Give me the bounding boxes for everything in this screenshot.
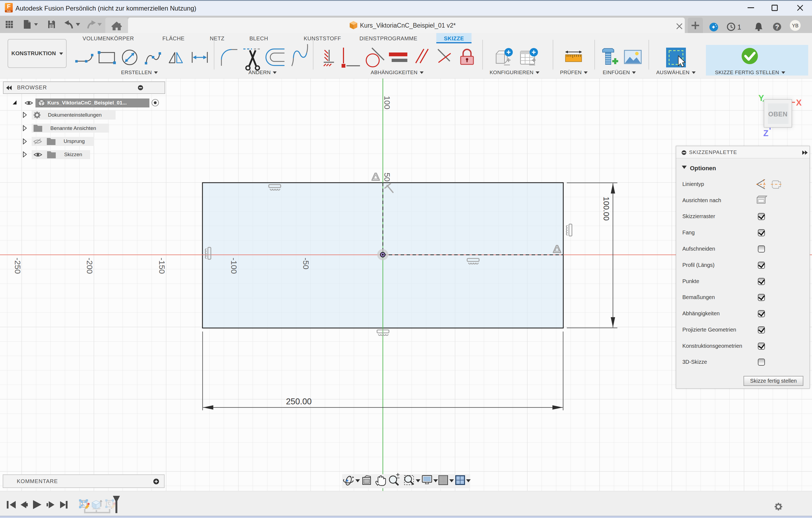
svg-text:YB: YB	[792, 23, 799, 28]
svg-text:1: 1	[737, 23, 741, 31]
svg-text:?: ?	[775, 23, 779, 31]
